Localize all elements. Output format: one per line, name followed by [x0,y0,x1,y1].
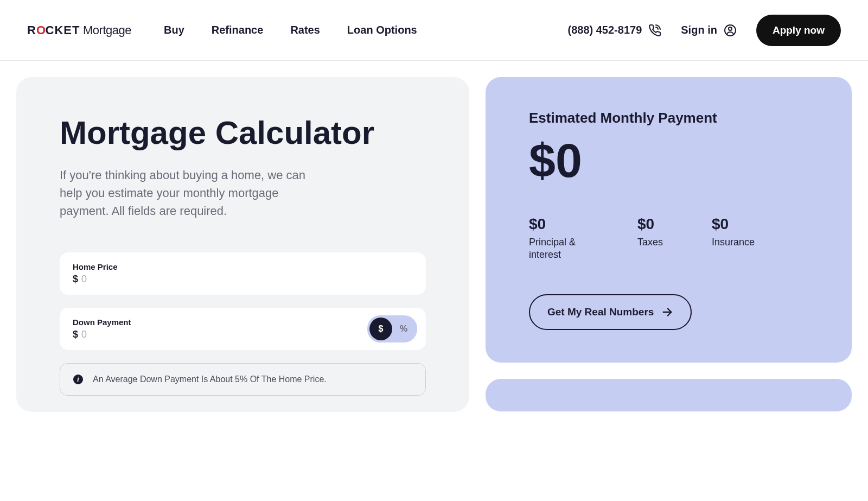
apply-now-button[interactable]: Apply now [756,15,841,46]
user-icon [724,24,737,37]
phone-icon [648,24,661,37]
estimate-amount: $0 [529,133,808,188]
main-nav: Buy Refinance Rates Loan Options [164,24,417,36]
breakdown-taxes: $0 Taxes [637,215,663,262]
down-payment-row: $ [73,329,413,340]
toggle-percent[interactable]: % [392,318,415,340]
info-text: An Average Down Payment Is About 5% Of T… [93,375,327,384]
logo-o: O [36,23,46,37]
arrow-right-icon [661,306,673,318]
calculator-panel: Mortgage Calculator If you're thinking a… [16,77,469,412]
toggle-dollar[interactable]: $ [369,318,392,340]
page-subtitle: If you're thinking about buying a home, … [60,166,331,220]
down-payment-card[interactable]: Down Payment $ $ % [60,308,426,350]
info-icon: i [73,375,83,384]
nav-loan-options[interactable]: Loan Options [347,24,417,36]
down-payment-input[interactable] [81,329,190,340]
header-right: (888) 452-8179 Sign in Apply now [567,15,841,46]
down-payment-toggle: $ % [367,315,417,343]
dollar-icon: $ [73,274,78,285]
breakdown-amount: $0 [529,215,589,233]
home-price-label: Home Price [73,262,413,271]
logo[interactable]: ROCKET Mortgage [27,23,131,37]
estimate-title: Estimated Monthly Payment [529,110,808,126]
svg-point-1 [729,27,732,30]
breakdown-label: Insurance [712,236,755,249]
main-content: Mortgage Calculator If you're thinking a… [0,61,868,412]
breakdown-label: Taxes [637,236,663,249]
signin-label: Sign in [681,24,717,36]
logo-rest: CKET [46,23,80,37]
cta-label: Get My Real Numbers [547,306,654,318]
breakdown-principal: $0 Principal & interest [529,215,589,262]
breakdown-amount: $0 [712,215,755,233]
nav-rates[interactable]: Rates [290,24,320,36]
secondary-panel [486,379,852,411]
logo-brand: R [27,23,36,37]
logo-product: Mortgage [83,23,131,37]
nav-refinance[interactable]: Refinance [212,24,264,36]
dollar-icon: $ [73,329,78,340]
right-column: Estimated Monthly Payment $0 $0 Principa… [486,77,852,412]
nav-buy[interactable]: Buy [164,24,184,36]
page-title: Mortgage Calculator [60,115,426,151]
phone-number: (888) 452-8179 [567,24,642,36]
info-box: i An Average Down Payment Is About 5% Of… [60,363,426,396]
breakdown-amount: $0 [637,215,663,233]
breakdown: $0 Principal & interest $0 Taxes $0 Insu… [529,215,808,262]
home-price-card[interactable]: Home Price $ [60,252,426,295]
phone-link[interactable]: (888) 452-8179 [567,24,661,37]
home-price-input[interactable] [81,274,190,285]
breakdown-insurance: $0 Insurance [712,215,755,262]
down-payment-label: Down Payment [73,318,413,327]
estimate-panel: Estimated Monthly Payment $0 $0 Principa… [486,77,852,363]
breakdown-label: Principal & interest [529,236,589,262]
home-price-row: $ [73,274,413,285]
signin-link[interactable]: Sign in [681,24,737,37]
get-numbers-button[interactable]: Get My Real Numbers [529,294,692,330]
header: ROCKET Mortgage Buy Refinance Rates Loan… [0,0,868,61]
